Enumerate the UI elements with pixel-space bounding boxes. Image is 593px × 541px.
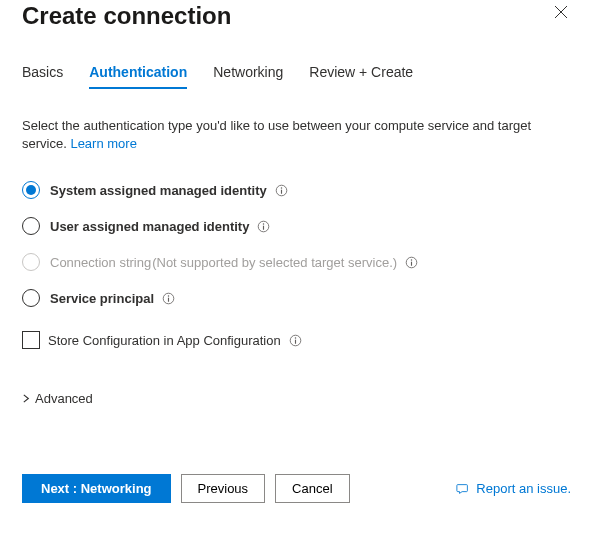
svg-point-4 — [263, 223, 264, 224]
radio-note: (Not supported by selected target servic… — [152, 255, 397, 270]
auth-options: System assigned managed identity User as… — [22, 181, 571, 307]
tab-review-create[interactable]: Review + Create — [309, 64, 413, 88]
next-button[interactable]: Next : Networking — [22, 474, 171, 503]
svg-point-7 — [411, 259, 412, 260]
auth-option-user-assigned[interactable]: User assigned managed identity — [22, 217, 571, 235]
svg-rect-8 — [411, 262, 412, 266]
checkbox-icon — [22, 331, 40, 349]
svg-point-10 — [168, 295, 169, 296]
svg-rect-5 — [263, 226, 264, 230]
svg-rect-11 — [168, 298, 169, 302]
chevron-right-icon — [22, 394, 31, 403]
tab-bar: Basics Authentication Networking Review … — [22, 64, 571, 89]
auth-option-connection-string: Connection string(Not supported by selec… — [22, 253, 571, 271]
svg-rect-2 — [281, 190, 282, 194]
close-icon[interactable] — [553, 4, 569, 20]
cancel-button[interactable]: Cancel — [275, 474, 349, 503]
tab-networking[interactable]: Networking — [213, 64, 283, 88]
previous-button[interactable]: Previous — [181, 474, 266, 503]
info-icon[interactable] — [162, 292, 175, 305]
info-icon[interactable] — [289, 334, 302, 347]
radio-label: System assigned managed identity — [50, 183, 267, 198]
svg-rect-14 — [295, 340, 296, 344]
report-issue-link[interactable]: Report an issue. — [456, 481, 571, 496]
checkbox-label: Store Configuration in App Configuration — [48, 333, 281, 348]
advanced-label: Advanced — [35, 391, 93, 406]
learn-more-link[interactable]: Learn more — [70, 136, 136, 151]
radio-icon — [22, 253, 40, 271]
tab-basics[interactable]: Basics — [22, 64, 63, 88]
page-title: Create connection — [22, 2, 231, 30]
tab-authentication[interactable]: Authentication — [89, 64, 187, 88]
description-text: Select the authentication type you'd lik… — [22, 117, 571, 153]
advanced-toggle[interactable]: Advanced — [22, 391, 571, 406]
feedback-icon — [456, 482, 470, 496]
info-icon[interactable] — [257, 220, 270, 233]
report-issue-label: Report an issue. — [476, 481, 571, 496]
store-config-checkbox[interactable]: Store Configuration in App Configuration — [22, 331, 571, 349]
svg-point-13 — [294, 337, 295, 338]
info-icon[interactable] — [275, 184, 288, 197]
radio-icon — [22, 217, 40, 235]
info-icon[interactable] — [405, 256, 418, 269]
radio-label: User assigned managed identity — [50, 219, 249, 234]
radio-label-text: Connection string — [50, 255, 151, 270]
svg-point-1 — [281, 187, 282, 188]
radio-icon — [22, 181, 40, 199]
auth-option-service-principal[interactable]: Service principal — [22, 289, 571, 307]
auth-option-system-assigned[interactable]: System assigned managed identity — [22, 181, 571, 199]
radio-label: Service principal — [50, 291, 154, 306]
radio-icon — [22, 289, 40, 307]
footer: Next : Networking Previous Cancel Report… — [22, 474, 571, 503]
radio-label: Connection string(Not supported by selec… — [50, 255, 397, 270]
